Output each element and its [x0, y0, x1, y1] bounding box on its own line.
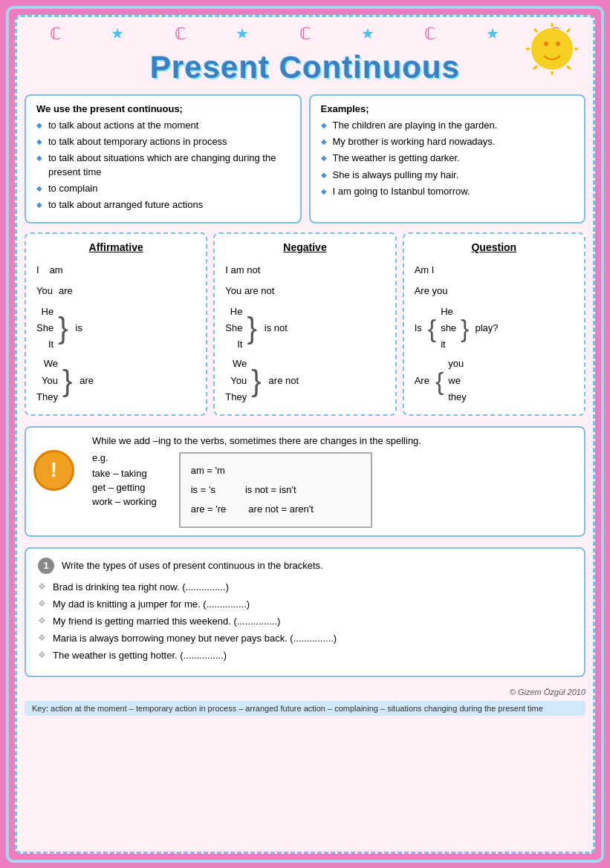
negative-you-row: You are not [225, 281, 384, 301]
pronoun-he-aff: He [42, 304, 54, 320]
spelling-content: While we add –ing to the verbs, sometime… [92, 435, 574, 528]
example-item-5: I am going to Istanbul tomorrow. [321, 185, 574, 198]
uses-item-3: to talk about situations which are chang… [36, 151, 290, 178]
question-ami-row: Am I [415, 261, 574, 280]
affirmative-box: Affirmative I am You are He She I [25, 232, 207, 416]
brace-is: } [58, 313, 68, 343]
we-you-they-pronouns-aff: We You They [36, 356, 58, 405]
exercise-item-5: The weather is getting hotter. (........… [38, 650, 572, 661]
affirmative-content: I am You are He She It } is [36, 261, 195, 407]
brace-is-neg: } [247, 313, 256, 343]
page-border: ℂ ★ ℂ ★ ℂ ★ ℂ ★ ℂ [6, 6, 604, 863]
pronoun-he-neg: He [230, 304, 243, 320]
negative-content: I am not You are not He She It } is not [225, 261, 384, 407]
contractions-box: am = 'm is = 's is not = isn't are = 're… [179, 452, 372, 528]
uses-list: to talk about actions at the moment to t… [36, 119, 290, 212]
spiral-deco-3: ℂ [299, 25, 311, 44]
contraction-isnot-text: is not = isn't [245, 480, 296, 500]
exercise-instruction: Write the types of uses of present conti… [62, 560, 323, 571]
pronoun-it-aff: It [48, 336, 53, 353]
examples-box: Examples; The children are playing in th… [309, 94, 586, 223]
spelling-ex-1: take – taking [92, 468, 157, 479]
you-we-they-q: you we they [448, 356, 467, 405]
contraction-arenot-text: are not = aren't [248, 500, 313, 519]
example-item-4: She is always pulling my hair. [321, 169, 574, 182]
question-box: Question Am I Are you Is { He she [403, 232, 585, 416]
pronoun-she-q: she [441, 320, 456, 336]
affirmative-you-row: You are [36, 281, 195, 301]
exercise-number: 1 [38, 558, 54, 574]
pronoun-they-aff: They [36, 389, 58, 405]
question-areyou-row: Are you [415, 281, 574, 301]
q-am-i: Am I [415, 261, 435, 280]
question-is-group: Is { He she it } play? [415, 304, 574, 353]
top-boxes: We use the present continuous; to talk a… [25, 94, 585, 223]
inner-bg: ℂ ★ ℂ ★ ℂ ★ ℂ ★ ℂ [15, 15, 595, 854]
star-deco-4: ★ [486, 25, 499, 44]
pronoun-we-aff: We [44, 356, 58, 372]
contraction-is-row: is = 's is not = isn't [191, 480, 360, 500]
spiral-deco-4: ℂ [424, 25, 435, 44]
page-title: Present Continuous [150, 50, 460, 85]
verb-are-aff: are [80, 371, 94, 391]
uses-box: We use the present continuous; to talk a… [25, 94, 302, 223]
grammar-section: Affirmative I am You are He She I [25, 232, 585, 416]
pronoun-you-neg: You are not [225, 281, 274, 301]
verb-is-aff: is [76, 319, 82, 338]
pronoun-she-neg: She [225, 320, 242, 336]
q-play-suffix: play? [475, 319, 498, 338]
svg-line-5 [533, 66, 537, 69]
negative-he-group: He She It } is not [225, 304, 384, 353]
q-are-you: Are you [415, 281, 448, 301]
negative-title: Negative [225, 241, 384, 253]
title-area: Present Continuous [25, 50, 585, 85]
brace-are-aff: } [62, 366, 72, 396]
uses-box-heading: We use the present continuous; [36, 103, 290, 114]
question-content: Am I Are you Is { He she it } [415, 261, 574, 407]
pronoun-you2-neg: You [230, 373, 247, 389]
pronoun-we-neg: We [233, 356, 247, 372]
pronoun-they-q: they [448, 389, 467, 405]
exercise-item-1: Brad is drinking tea right now. (.......… [38, 581, 572, 593]
exercise-section: 1 Write the types of uses of present con… [25, 547, 585, 677]
svg-point-8 [531, 28, 573, 70]
exercise-items-list: Brad is drinking tea right now. (.......… [38, 581, 572, 661]
uses-item-2: to talk about temporary actions in proce… [36, 135, 290, 149]
uses-item-4: to complain [36, 182, 290, 195]
contraction-am: am = 'm [191, 461, 360, 480]
q-are-prefix: Are [415, 371, 429, 391]
we-you-they-neg: We You They [225, 356, 247, 405]
uses-item-5: to talk about arranged future actions [36, 198, 290, 212]
negative-i-row: I am not [225, 261, 384, 280]
examples-list: The children are playing in the garden. … [321, 119, 574, 198]
examples-box-heading: Examples; [321, 103, 574, 114]
exercise-header: 1 Write the types of uses of present con… [38, 558, 572, 574]
verb-am: am [50, 261, 63, 280]
contraction-is-text: is = 's [191, 480, 215, 500]
affirmative-he-group: He She It } is [36, 304, 195, 353]
pronoun-you-aff: You [36, 281, 53, 301]
affirmative-title: Affirmative [36, 241, 195, 253]
affirmative-i-row: I am [36, 261, 195, 280]
example-item-2: My brother is working hard nowadays. [321, 135, 574, 149]
svg-line-3 [567, 66, 571, 69]
pronoun-you2-aff: You [42, 373, 58, 389]
exercise-item-3: My friend is getting married this weeken… [38, 616, 572, 627]
uses-item-1: to talk about actions at the moment [36, 119, 290, 132]
spelling-section: ! While we add –ing to the verbs, someti… [25, 426, 585, 537]
spelling-ex-3: work – working [92, 496, 157, 507]
eg-label: e.g. [92, 452, 108, 463]
spiral-deco-1: ℂ [50, 25, 61, 44]
pronoun-it-neg: It [237, 336, 242, 353]
question-are-group: Are { you we they [415, 356, 574, 405]
exercise-item-4: Maria is always borrowing money but neve… [38, 633, 572, 644]
spelling-row: e.g. take – taking get – getting work – … [92, 452, 574, 528]
spelling-note: While we add –ing to the verbs, sometime… [92, 435, 574, 446]
he-she-it-q: He she it [441, 304, 456, 353]
spelling-ex-2: get – getting [92, 482, 157, 493]
pronoun-you-q: you [448, 356, 464, 372]
brace-is-q: { [428, 316, 436, 341]
brace-q-right: } [461, 316, 469, 341]
contraction-are-row: are = 're are not = aren't [191, 500, 360, 519]
negative-we-group: We You They } are not [225, 356, 384, 405]
